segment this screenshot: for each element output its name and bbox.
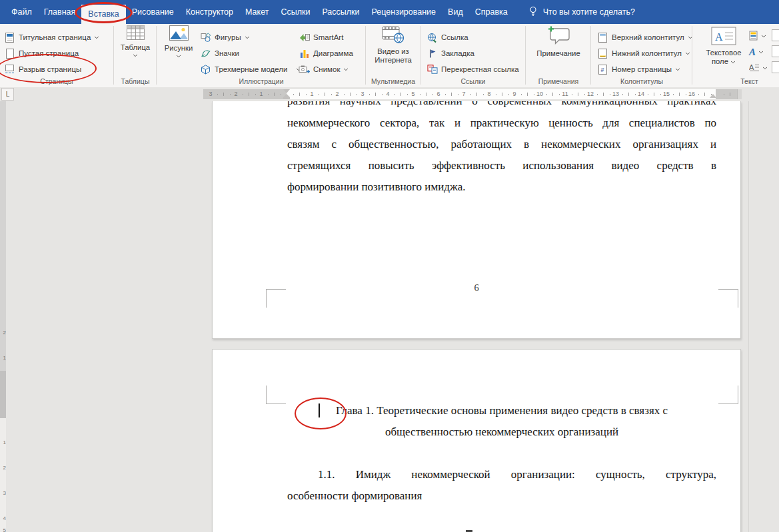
chevron-down-icon [758,51,764,54]
screenshot-button[interactable]: Снимок [299,61,349,77]
horizontal-ruler[interactable]: 12312345678910111213141516 [203,89,742,99]
body-line: некоммерческого сектора, так и практичес… [287,113,716,134]
cross-reference-button[interactable]: Перекрестная ссылка [421,61,519,77]
vertical-ruler[interactable]: 2112345 [0,101,6,532]
wordart-button[interactable]: А [749,44,764,60]
document-page-1[interactable]: развития научных представлений о совреме… [212,101,741,339]
left-indent-marker[interactable] [283,97,290,99]
tab-help[interactable]: Справка [469,0,514,24]
icons-button[interactable]: Значки [200,45,239,61]
comment-button[interactable]: Примечание [526,25,590,58]
vruler-margin-segment [0,371,6,418]
link-icon [426,33,438,43]
ruler-tick [451,93,452,96]
tab-layout[interactable]: Макет [239,0,275,24]
drop-cap-button[interactable]: A [749,60,768,76]
page-break-button[interactable]: Разрыв страницы [0,61,81,77]
tab-design[interactable]: Конструктор [180,0,239,24]
header-button[interactable]: Верхний колонтитул [592,29,693,45]
group-label-media: Мультимедиа [367,77,420,85]
footer-icon [597,49,608,59]
document-page-2[interactable]: Глава 1. Теоретические основы применения… [212,349,741,532]
canvas-edge-line [748,101,749,532]
ruler-tick [319,94,319,95]
ribbon-tab-bar: Файл Главная Вставка Рисование Конструкт… [0,0,779,24]
ruler-tick [432,94,433,95]
bookmark-button[interactable]: Закладка [421,45,474,61]
page-break-icon [4,65,15,75]
ruler-tick [521,94,522,95]
signature-line-icon-partial[interactable] [772,29,779,41]
group-links: Ссылка Закладка Перекрестная ссылка Ссыл… [421,24,525,87]
link-button[interactable]: Ссылка [421,29,468,45]
ruler-tick [724,94,724,95]
online-video-icon [382,37,404,45]
tab-references[interactable]: Ссылки [275,0,316,24]
chevron-down-icon [94,36,99,39]
group-media: Видео из Интернета Мультимедиа [367,24,420,87]
ruler-tick [281,94,281,95]
group-tables: Таблица Таблицы [115,24,156,87]
shapes-label: Фигуры [215,33,241,41]
tab-insert-label: Вставка [88,9,119,19]
pictures-button[interactable]: Рисунки [160,25,197,58]
ruler-number: 15 [662,91,670,98]
smartart-button[interactable]: SmartArt [299,29,343,45]
tab-stop-selector[interactable]: L [1,88,14,101]
object-icon-partial[interactable] [772,61,779,73]
ruler-tick [711,94,712,95]
group-separator [590,26,591,85]
table-button[interactable]: Таблица [115,25,156,57]
ruler-tick [496,94,496,95]
footer-crop-mark-right [718,289,738,308]
text-box-label-1: Текстовое [702,49,745,57]
chart-button[interactable]: Диаграмма [299,45,353,61]
tab-home[interactable]: Главная [38,0,82,24]
group-label-illustrations: Иллюстрации [157,77,365,85]
pictures-label: Рисунки [160,44,197,53]
ruler-tick [483,94,484,95]
ruler-tick [293,94,294,95]
shapes-button[interactable]: Фигуры [200,29,250,45]
cross-reference-label: Перекрестная ссылка [441,65,519,73]
ruler-tick [584,94,585,95]
online-video-button[interactable]: Видео из Интернета [367,25,420,65]
lightbulb-icon [528,6,538,19]
chapter-heading-line: общественностью некоммерческих организац… [287,421,716,443]
svg-text:A: A [715,31,723,43]
group-label-tables: Таблицы [115,77,156,85]
ruler-tick [546,94,547,95]
comment-label: Примечание [526,49,590,58]
ruler-tick [622,94,623,95]
page-number-button[interactable]: # Номер страницы [592,61,680,77]
blank-page-button[interactable]: Пустая страница [0,45,79,61]
header-label: Верхний колонтитул [612,33,684,41]
ruler-tick [552,93,553,96]
ruler-number: 3 [207,91,215,98]
text-box-icon: A [711,39,736,47]
ruler-tick [698,94,699,95]
blank-page-icon [4,49,15,59]
first-line-indent-marker[interactable] [283,89,290,93]
tab-review[interactable]: Рецензирование [366,0,442,24]
ruler-text-area [287,89,716,99]
text-box-button[interactable]: A Текстовое поле [702,27,745,66]
tab-file[interactable]: Файл [5,0,38,24]
ruler-number: 16 [688,91,696,98]
3d-models-button[interactable]: Трехмерные модели [200,61,300,77]
title-page-button[interactable]: Титульная страница [0,29,99,45]
tab-view[interactable]: Вид [442,0,469,24]
tell-me-box[interactable]: Что вы хотите сделать? [528,0,635,24]
tab-insert[interactable]: Вставка [81,5,125,24]
tab-draw[interactable]: Рисование [126,0,180,24]
quick-parts-button[interactable] [749,28,766,44]
chevron-down-icon [685,52,690,55]
footer-button[interactable]: Нижний колонтитул [592,45,690,61]
svg-text:A: A [749,63,754,71]
title-page-icon [4,33,15,43]
date-time-icon-partial[interactable] [772,45,779,57]
ruler-tick [268,94,269,95]
tab-mailings[interactable]: Рассылки [316,0,365,24]
bookmark-label: Закладка [441,49,474,57]
ruler-tick [673,94,674,95]
